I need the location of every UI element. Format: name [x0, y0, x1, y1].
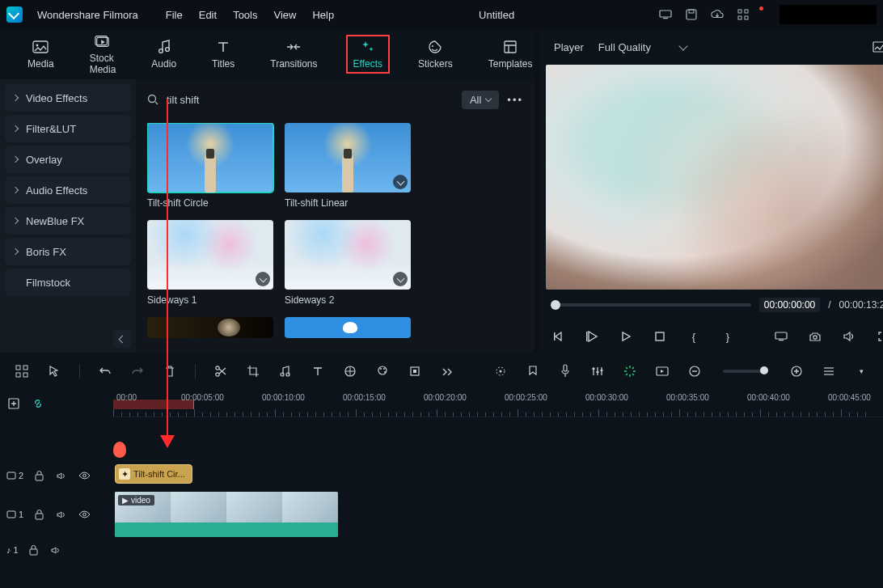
filter-all-button[interactable]: All [462, 91, 499, 109]
effect-sideways-1[interactable]: Sideways 1 [147, 220, 273, 306]
mute-icon[interactable] [49, 543, 64, 557]
quality-select[interactable]: Full Quality [598, 41, 687, 53]
tab-media[interactable]: Media [21, 36, 61, 73]
effect-row3-1[interactable] [147, 317, 273, 338]
link-button[interactable] [31, 396, 45, 411]
tab-templates[interactable]: Templates [482, 36, 539, 73]
crop-button[interactable] [246, 364, 260, 379]
sidebar-item-video-effects[interactable]: Video Effects [5, 84, 131, 112]
mask-button[interactable] [408, 364, 422, 379]
undo-button[interactable] [98, 364, 112, 379]
tab-effects[interactable]: Effects [347, 36, 389, 73]
lock-icon[interactable] [27, 543, 41, 557]
search-input[interactable] [165, 93, 454, 107]
effect-tiltshift-circle[interactable]: Tilt-shift Circle [147, 123, 273, 209]
save-icon[interactable] [685, 8, 698, 21]
sidebar-item-newblue[interactable]: NewBlue FX [5, 207, 131, 235]
timeline-marker[interactable] [113, 442, 126, 458]
snapshot-button[interactable] [872, 40, 883, 54]
effect-sideways-2[interactable]: Sideways 2 [285, 220, 411, 306]
sidebar-label: Video Effects [26, 92, 87, 104]
track-options-button[interactable] [822, 364, 836, 379]
tab-audio[interactable]: Audio [145, 36, 183, 73]
menu-file[interactable]: File [166, 9, 183, 21]
fx-track-header[interactable]: 2 [0, 461, 113, 490]
text-button[interactable] [311, 364, 325, 379]
layout-button[interactable] [15, 364, 29, 379]
render-button[interactable] [655, 364, 670, 379]
tab-media-label: Media [27, 58, 54, 70]
tab-titles[interactable]: Titles [205, 36, 241, 73]
effect-row3-2[interactable] [285, 317, 411, 338]
seek-bar[interactable] [551, 303, 751, 307]
audio-lane[interactable] [113, 539, 883, 561]
timeline-ruler[interactable]: 00:00 00:00:05:00 00:00:10:00 00:00:15:0… [113, 390, 883, 417]
audio-track-header[interactable]: ♪1 [0, 539, 113, 561]
mute-icon[interactable] [54, 507, 69, 522]
fullscreen-button[interactable] [876, 329, 883, 344]
clip-tiltshift[interactable]: ✦Tilt-shift Cir... [115, 464, 192, 484]
marker-button[interactable] [526, 364, 540, 379]
collapse-sidebar-button[interactable] [113, 330, 131, 348]
lock-icon[interactable] [32, 507, 46, 522]
menu-edit[interactable]: Edit [199, 9, 217, 21]
camera-button[interactable] [808, 329, 822, 344]
color-button[interactable] [343, 364, 357, 379]
sidebar-item-filter-lut[interactable]: Filter&LUT [5, 115, 131, 142]
mark-in-button[interactable]: { [687, 329, 701, 344]
sidebar-item-audio-effects[interactable]: Audio Effects [5, 176, 131, 204]
video-lane[interactable]: ▶ video [113, 490, 883, 539]
tab-stock-label: Stock Media [90, 53, 116, 75]
play-button[interactable] [619, 329, 633, 344]
tab-transitions[interactable]: Transitions [264, 36, 323, 73]
track-options-chevron[interactable]: ▾ [854, 364, 868, 379]
paint-button[interactable] [375, 364, 390, 379]
prev-frame-button[interactable] [551, 329, 565, 344]
sidebar-item-overlay[interactable]: Overlay [5, 146, 131, 173]
zoom-in-button[interactable] [789, 364, 804, 379]
timeline-panel: ▾ 2 1 ♪1 [0, 353, 883, 588]
mic-button[interactable] [558, 364, 572, 379]
visibility-icon[interactable] [77, 468, 91, 483]
preview-viewport[interactable] [546, 65, 883, 290]
more-tools-button[interactable] [440, 364, 454, 379]
lock-icon[interactable] [32, 468, 46, 483]
mixer-button[interactable] [590, 364, 605, 379]
more-options-button[interactable]: ••• [507, 94, 523, 106]
menu-help[interactable]: Help [312, 9, 334, 21]
tab-stock-media[interactable]: Stock Media [83, 30, 123, 78]
search-box[interactable] [147, 93, 454, 107]
timeline-tracks[interactable]: 00:00 00:00:05:00 00:00:10:00 00:00:15:0… [113, 390, 883, 588]
visibility-icon[interactable] [77, 507, 91, 522]
video-track-header[interactable]: 1 [0, 490, 113, 539]
display-button[interactable] [774, 329, 788, 344]
play-pause-button[interactable] [585, 329, 599, 344]
menu-tools[interactable]: Tools [233, 9, 257, 21]
split-button[interactable] [213, 364, 228, 379]
cursor-button[interactable] [47, 364, 61, 379]
delete-button[interactable] [163, 364, 177, 379]
tab-templates-label: Templates [488, 58, 533, 70]
zoom-slider[interactable] [723, 370, 768, 373]
auto-button[interactable] [623, 364, 637, 379]
cloud-icon[interactable] [711, 8, 724, 21]
device-icon[interactable] [659, 8, 672, 21]
tab-stickers[interactable]: Stickers [412, 36, 459, 73]
sidebar-item-filmstock[interactable]: Filmstock [5, 269, 131, 296]
keyframe-button[interactable] [493, 364, 508, 379]
zoom-out-button[interactable] [687, 364, 702, 379]
sidebar-item-boris[interactable]: Boris FX [5, 238, 131, 265]
apps-icon[interactable] [737, 8, 750, 21]
add-track-button[interactable] [6, 396, 21, 411]
speed-button[interactable] [278, 364, 293, 379]
fx-lane[interactable]: ✦Tilt-shift Cir... [113, 461, 883, 490]
effect-tiltshift-linear[interactable]: Tilt-shift Linear [285, 123, 411, 209]
clip-video[interactable]: ▶ video [115, 492, 338, 537]
stop-button[interactable] [653, 329, 667, 344]
mark-out-button[interactable]: } [720, 329, 735, 344]
svg-rect-29 [23, 366, 27, 370]
menu-view[interactable]: View [273, 9, 296, 21]
volume-button[interactable] [842, 329, 856, 344]
mute-icon[interactable] [54, 468, 69, 483]
redo-button[interactable] [130, 364, 145, 379]
